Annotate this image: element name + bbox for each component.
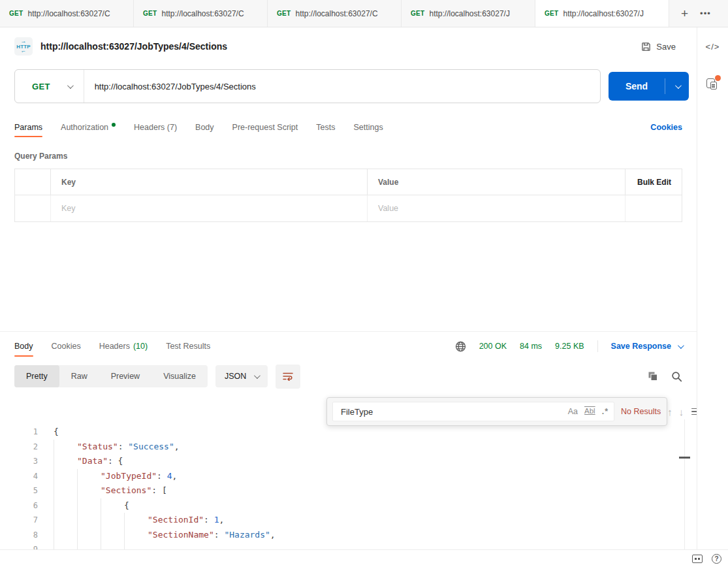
indent-guide — [124, 542, 148, 549]
tab-actions: + ••• — [669, 0, 723, 27]
request-tab[interactable]: GEThttp://localhost:63027/J — [535, 0, 669, 27]
send-button[interactable]: Send — [609, 72, 689, 101]
console-icon[interactable] — [692, 555, 703, 563]
regex-toggle[interactable]: .* — [602, 408, 609, 416]
view-tab-preview[interactable]: Preview — [99, 365, 151, 387]
view-tab-visualize[interactable]: Visualize — [151, 365, 208, 387]
new-tab-button[interactable]: + — [681, 7, 688, 20]
response-view-switch: PrettyRawPreviewVisualize — [14, 365, 208, 387]
line-number: 3 — [0, 454, 38, 469]
param-key-input[interactable] — [61, 204, 356, 213]
indent-guide — [77, 469, 101, 484]
find-input[interactable] — [341, 407, 562, 417]
indent-guide — [101, 498, 124, 513]
find-next-button[interactable]: ↓ — [679, 406, 684, 417]
request-tab[interactable]: GEThttp://localhost:63027/C — [268, 0, 402, 27]
response-status-bar: 200 OK 84 ms 9.25 KB Save Response — [455, 340, 682, 352]
line-number: 7 — [0, 513, 38, 528]
line-shape — [712, 86, 715, 88]
response-tab-test-results[interactable]: Test Results — [166, 332, 210, 361]
method-selector[interactable]: GET — [15, 82, 84, 91]
documentation-icon[interactable] — [706, 76, 720, 91]
search-response-button[interactable] — [671, 371, 682, 382]
wrap-lines-button[interactable] — [276, 364, 300, 389]
divider — [597, 340, 598, 352]
code-line: 9 — [0, 542, 697, 549]
method-label: GET — [32, 82, 50, 91]
tab-label: Tests — [316, 123, 335, 132]
format-label: JSON — [225, 372, 246, 381]
tab-tests[interactable]: Tests — [316, 114, 335, 141]
code-line: 1{ — [0, 425, 697, 440]
tabs-container: GEThttp://localhost:63027/CGEThttp://loc… — [0, 0, 669, 27]
view-tab-pretty[interactable]: Pretty — [14, 365, 59, 387]
indent-guide — [54, 483, 77, 498]
token: "Sections" — [101, 483, 151, 498]
find-previous-button[interactable]: ↑ — [667, 406, 673, 417]
tab-body[interactable]: Body — [195, 114, 214, 141]
url-input[interactable]: http://localhost:63027/JobTypes/4/Sectio… — [84, 82, 256, 91]
response-body-editor: Aa Abl .* No Results ↑ ↓ × 1{2"Status": … — [0, 392, 697, 549]
token: , — [174, 440, 180, 455]
line-shape — [712, 84, 715, 86]
help-icon[interactable]: ? — [712, 554, 721, 564]
view-tab-raw[interactable]: Raw — [59, 365, 99, 387]
match-case-toggle[interactable]: Aa — [568, 408, 578, 416]
token: : { — [108, 454, 123, 469]
code-snippet-icon[interactable]: </> — [706, 42, 720, 52]
response-tab-body[interactable]: Body — [14, 332, 33, 361]
query-params-row — [15, 195, 682, 221]
indent-guide — [77, 483, 101, 498]
save-icon — [641, 42, 651, 52]
token: "Success" — [128, 440, 174, 455]
tab-label: Body — [14, 342, 33, 351]
tab-params[interactable]: Params — [14, 114, 42, 141]
query-params-heading: Query Params — [0, 141, 697, 169]
response-tab-cookies[interactable]: Cookies — [52, 332, 81, 361]
main-panel: ⇀ HTTP ↽ http://localhost:63027/JobTypes… — [0, 27, 697, 549]
line-number: 5 — [0, 483, 38, 498]
param-value-input[interactable] — [378, 204, 614, 213]
tab-more-options-icon[interactable]: ••• — [700, 8, 711, 18]
indent-guide — [101, 513, 124, 528]
request-tab[interactable]: GEThttp://localhost:63027/C — [0, 0, 134, 27]
indent-guide — [54, 542, 77, 549]
copy-icon — [648, 371, 658, 381]
find-widget: Aa Abl .* No Results ↑ ↓ × — [326, 397, 667, 426]
token: "SectionId" — [148, 513, 204, 528]
tab-title-label: http://localhost:63027/C — [161, 9, 244, 18]
find-in-selection-toggle[interactable] — [691, 408, 697, 415]
format-selector[interactable]: JSON — [215, 365, 268, 387]
chevron-down-icon — [674, 82, 681, 89]
request-nav-tabs: ParamsAuthorizationHeaders (7)BodyPre-re… — [0, 114, 697, 141]
tab-label: Body — [195, 123, 214, 132]
code-line: 3"Data": { — [0, 454, 697, 469]
tab-settings[interactable]: Settings — [353, 114, 383, 141]
tab-authorization[interactable]: Authorization — [61, 114, 116, 141]
cookies-link[interactable]: Cookies — [650, 123, 682, 132]
tab-pre-request-script[interactable]: Pre-request Script — [232, 114, 298, 141]
request-tab[interactable]: GEThttp://localhost:63027/C — [134, 0, 268, 27]
send-options-button[interactable] — [665, 72, 689, 101]
bulk-edit-button[interactable]: Bulk Edit — [637, 178, 671, 187]
editor-scroll-handle[interactable] — [679, 457, 690, 459]
line-content: "Status": "Success", — [38, 440, 180, 455]
wrap-text-icon — [283, 372, 293, 381]
toolbar-right — [648, 371, 682, 382]
copy-response-button[interactable] — [648, 371, 658, 381]
save-button[interactable]: Save — [635, 38, 682, 56]
tab-headers-7[interactable]: Headers (7) — [134, 114, 177, 141]
row-checkbox-cell[interactable] — [15, 195, 51, 221]
response-tab-headers[interactable]: Headers (10) — [99, 332, 148, 361]
tab-label: Pre-request Script — [232, 123, 298, 132]
indent-guide — [77, 542, 101, 549]
token: 1 — [214, 513, 219, 528]
tab-label: Settings — [353, 123, 383, 132]
token: "JobTypeId" — [101, 469, 157, 484]
request-tab[interactable]: GEThttp://localhost:63027/J — [402, 0, 535, 27]
find-result-count: No Results — [621, 407, 661, 416]
save-response-button[interactable]: Save Response — [611, 342, 682, 351]
token: "SectionName" — [148, 528, 214, 543]
url-row: GET http://localhost:63027/JobTypes/4/Se… — [0, 65, 697, 114]
whole-word-toggle[interactable]: Abl — [584, 408, 595, 415]
